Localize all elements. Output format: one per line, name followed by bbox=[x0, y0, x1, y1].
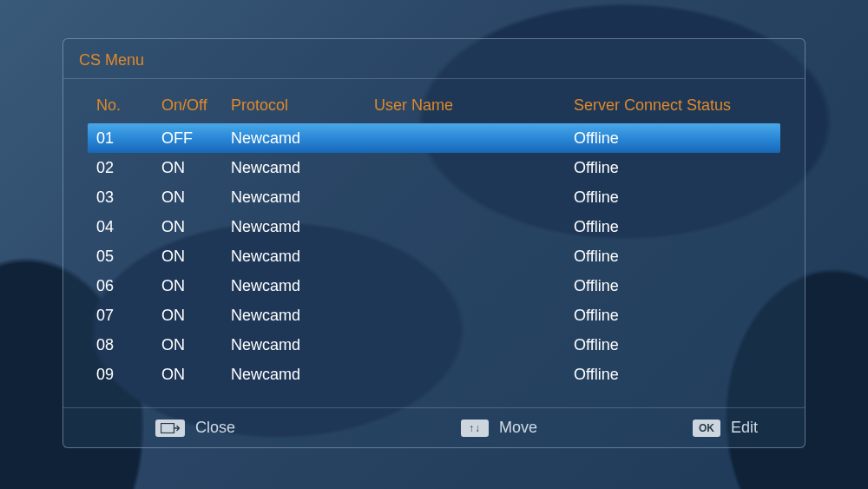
cell-onoff: ON bbox=[161, 336, 231, 354]
cell-onoff: OFF bbox=[161, 129, 231, 148]
svg-rect-0 bbox=[161, 423, 174, 433]
header-protocol: Protocol bbox=[231, 96, 374, 115]
table-row[interactable]: 01OFFNewcamdOffline bbox=[88, 123, 780, 153]
hint-edit: OK Edit bbox=[693, 419, 758, 437]
table-row[interactable]: 08ONNewcamdOffline bbox=[88, 330, 780, 360]
cell-no: 08 bbox=[96, 336, 161, 354]
cell-status: Offline bbox=[574, 336, 780, 354]
cell-status: Offline bbox=[574, 159, 780, 177]
header-onoff: On/Off bbox=[161, 96, 231, 115]
table-row[interactable]: 09ONNewcamdOffline bbox=[88, 360, 780, 389]
table-row[interactable]: 04ONNewcamdOffline bbox=[88, 212, 780, 241]
header-status: Server Connect Status bbox=[574, 96, 780, 115]
cell-no: 04 bbox=[96, 218, 161, 236]
cell-protocol: Newcamd bbox=[231, 366, 374, 384]
cell-onoff: ON bbox=[161, 277, 231, 295]
table-row[interactable]: 06ONNewcamdOffline bbox=[88, 271, 780, 301]
server-table: No. On/Off Protocol User Name Server Con… bbox=[63, 79, 805, 389]
cell-onoff: ON bbox=[161, 248, 231, 266]
cell-no: 03 bbox=[96, 188, 161, 207]
cell-status: Offline bbox=[574, 277, 780, 295]
cs-menu-panel: CS Menu No. On/Off Protocol User Name Se… bbox=[62, 38, 806, 448]
cell-no: 06 bbox=[96, 277, 161, 295]
cell-status: Offline bbox=[574, 366, 780, 384]
cell-status: Offline bbox=[574, 307, 780, 325]
table-body: 01OFFNewcamdOffline02ONNewcamdOffline03O… bbox=[88, 123, 780, 389]
cell-no: 05 bbox=[96, 248, 161, 266]
table-row[interactable]: 05ONNewcamdOffline bbox=[88, 241, 780, 271]
panel-title: CS Menu bbox=[63, 39, 805, 73]
cell-protocol: Newcamd bbox=[231, 188, 374, 207]
footer-bar: Close ↑↓ Move OK Edit bbox=[63, 407, 805, 447]
cell-onoff: ON bbox=[161, 307, 231, 325]
cell-protocol: Newcamd bbox=[231, 307, 374, 325]
cell-onoff: ON bbox=[161, 188, 231, 207]
cell-no: 01 bbox=[96, 129, 161, 148]
table-header-row: No. On/Off Protocol User Name Server Con… bbox=[88, 88, 780, 123]
header-no: No. bbox=[96, 96, 161, 115]
cell-no: 02 bbox=[96, 159, 161, 177]
table-row[interactable]: 02ONNewcamdOffline bbox=[88, 153, 780, 182]
cell-protocol: Newcamd bbox=[231, 159, 374, 177]
table-row[interactable]: 07ONNewcamdOffline bbox=[88, 301, 780, 330]
cell-status: Offline bbox=[574, 218, 780, 236]
cell-protocol: Newcamd bbox=[231, 129, 374, 148]
cell-protocol: Newcamd bbox=[231, 336, 374, 354]
cell-onoff: ON bbox=[161, 218, 231, 236]
hint-close-label: Close bbox=[195, 419, 235, 437]
cell-no: 09 bbox=[96, 366, 161, 384]
hint-move-label: Move bbox=[499, 419, 537, 437]
exit-key-icon bbox=[155, 420, 185, 437]
cell-status: Offline bbox=[574, 248, 780, 266]
cell-status: Offline bbox=[574, 129, 780, 148]
cell-status: Offline bbox=[574, 188, 780, 207]
arrows-key-icon: ↑↓ bbox=[461, 420, 489, 437]
table-row[interactable]: 03ONNewcamdOffline bbox=[88, 182, 780, 212]
cell-protocol: Newcamd bbox=[231, 248, 374, 266]
cell-protocol: Newcamd bbox=[231, 277, 374, 295]
cell-onoff: ON bbox=[161, 159, 231, 177]
hint-move: ↑↓ Move bbox=[461, 419, 537, 437]
cell-onoff: ON bbox=[161, 366, 231, 384]
header-username: User Name bbox=[374, 96, 574, 115]
cell-no: 07 bbox=[96, 307, 161, 325]
cell-protocol: Newcamd bbox=[231, 218, 374, 236]
hint-edit-label: Edit bbox=[731, 419, 758, 437]
hint-close: Close bbox=[155, 419, 235, 437]
ok-key-icon: OK bbox=[693, 420, 720, 437]
